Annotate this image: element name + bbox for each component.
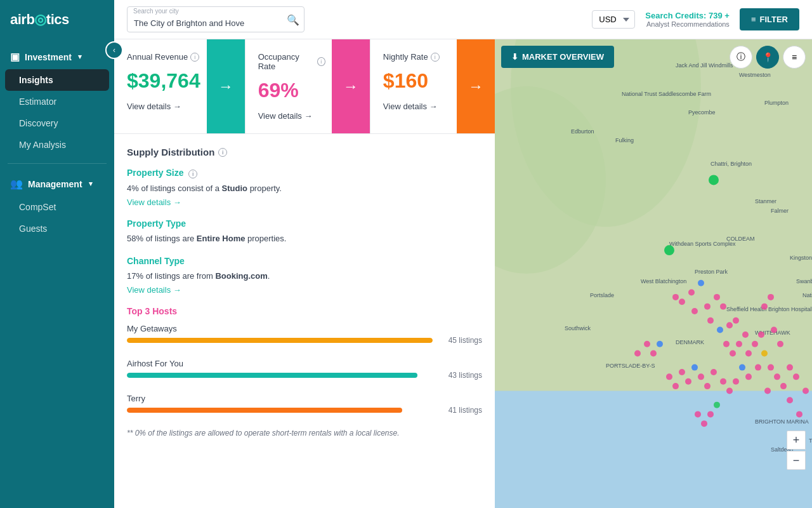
svg-text:Fulking: Fulking [615, 137, 634, 144]
svg-point-48 [758, 331, 764, 338]
svg-point-76 [761, 304, 768, 310]
svg-text:Stanmer: Stanmer [755, 198, 776, 204]
analyst-rec-text: Analyst Recommendations [645, 20, 730, 28]
nightly-rate-details-link[interactable]: View details → [383, 102, 450, 111]
svg-point-62 [672, 383, 679, 389]
map-pin-button[interactable]: 📍 [756, 46, 779, 69]
occupancy-rate-info-icon[interactable]: i [317, 57, 325, 66]
svg-text:DENMARK: DENMARK [676, 339, 704, 345]
occupancy-rate-details-link[interactable]: View details → [258, 111, 325, 121]
sidebar-item-guests[interactable]: Guests [0, 218, 114, 239]
svg-point-80 [657, 341, 663, 347]
occupancy-rate-card: Occupancy Rate i 69% View details → → [246, 39, 370, 133]
sidebar-collapse-button[interactable]: ‹ [105, 41, 123, 59]
property-size-info-icon[interactable]: i [188, 170, 197, 178]
svg-point-70 [787, 364, 793, 371]
svg-point-64 [771, 327, 777, 333]
investment-label: Investment [25, 52, 72, 62]
svg-point-60 [685, 378, 691, 385]
management-section: 👥 Management ▾ CompSet Guests [0, 166, 114, 244]
sidebar-item-estimator[interactable]: Estimator [0, 91, 114, 112]
svg-point-45 [742, 331, 749, 338]
svg-point-66 [768, 364, 774, 371]
map-info-button[interactable]: ⓘ [730, 46, 752, 69]
currency-select[interactable]: USD GBP EUR [592, 10, 635, 29]
svg-point-44 [736, 341, 742, 347]
svg-point-53 [733, 378, 739, 385]
market-overview-button[interactable]: ⬇ MARKET OVERVIEW [501, 46, 614, 68]
zoom-in-button[interactable]: + [787, 431, 806, 450]
annual-revenue-info-icon[interactable]: i [190, 53, 199, 62]
map-panel: ⬇ MARKET OVERVIEW ⓘ 📍 ≡ WestmestonPlumpt… [495, 39, 812, 508]
management-icon: 👥 [10, 178, 23, 190]
supply-info-icon[interactable]: i [218, 148, 227, 157]
map-controls-right: ⓘ 📍 ≡ [730, 46, 806, 69]
nightly-rate-title: Nightly Rate i [383, 52, 450, 62]
management-group-header[interactable]: 👥 Management ▾ [0, 171, 114, 196]
svg-text:Preston Park: Preston Park [695, 269, 728, 275]
host-item-2: Terry 41 listings [127, 394, 482, 422]
host-listings-0: 45 listings [438, 336, 482, 345]
sidebar-item-my-analysis[interactable]: My Analysis [0, 134, 114, 156]
channel-type-category: Channel Type 17% of listings are from Bo… [127, 256, 482, 295]
svg-point-42 [723, 341, 730, 347]
property-size-category: Property Size i 4% of listings consist o… [127, 168, 482, 207]
logo-text: airb◎tics [10, 11, 69, 28]
channel-type-details-link[interactable]: View details → [127, 285, 482, 295]
nightly-rate-arrow[interactable]: → [457, 39, 495, 133]
sidebar-item-discovery[interactable]: Discovery [0, 112, 114, 134]
add-credits-button[interactable]: + [724, 11, 730, 20]
filter-button[interactable]: ≡ FILTER [740, 8, 799, 30]
svg-text:Sheffield Health Brighton Hosp: Sheffield Health Brighton Hospital [726, 306, 811, 312]
host-row-0: 45 listings [127, 336, 482, 345]
map-background[interactable]: WestmestonPlumptonJack And Jill Windmill… [495, 39, 812, 508]
svg-text:National Trust Saddlescombe Fa: National Trust Saddlescombe Farm [622, 91, 711, 97]
host-listings-1: 43 listings [438, 371, 482, 380]
svg-point-86 [709, 175, 719, 185]
svg-point-50 [755, 364, 761, 371]
svg-point-79 [634, 350, 641, 356]
svg-point-68 [764, 388, 771, 394]
svg-point-83 [701, 420, 707, 427]
info-circle-icon: ⓘ [737, 51, 745, 63]
svg-point-59 [691, 364, 698, 371]
sidebar-item-insights[interactable]: Insights [5, 69, 109, 91]
logo: airb◎tics [0, 0, 114, 39]
svg-point-55 [720, 378, 726, 385]
property-size-details-link[interactable]: View details → [127, 197, 482, 207]
annual-revenue-arrow[interactable]: → [207, 39, 245, 133]
content-area: Annual Revenue i $39,764 View details → … [114, 39, 812, 508]
map-list-button[interactable]: ≡ [783, 46, 806, 69]
zoom-out-button[interactable]: − [787, 451, 806, 470]
svg-point-69 [780, 383, 787, 389]
svg-point-74 [802, 388, 809, 394]
host-bar-container-1 [127, 373, 433, 378]
property-type-category: Property Type 58% of listings are Entire… [127, 218, 482, 245]
svg-point-71 [793, 373, 799, 380]
nightly-rate-info-icon[interactable]: i [431, 53, 440, 62]
annual-revenue-details-link[interactable]: View details → [127, 102, 200, 111]
channel-type-title: Channel Type [127, 256, 482, 266]
credits-area: Search Credits: 739 + Analyst Recommenda… [645, 11, 730, 28]
svg-point-47 [752, 341, 758, 347]
svg-point-40 [726, 322, 733, 328]
investment-group-header[interactable]: ▣ Investment ▾ [0, 44, 114, 69]
svg-point-57 [704, 383, 710, 389]
host-name-1: Airhost For You [127, 359, 482, 368]
left-panel: Annual Revenue i $39,764 View details → … [114, 39, 495, 508]
occupancy-rate-arrow[interactable]: → [332, 39, 370, 133]
svg-text:Chattri, Brighton: Chattri, Brighton [710, 161, 752, 167]
svg-point-65 [777, 341, 783, 347]
search-container: Search your city 🔍 [127, 6, 304, 32]
svg-rect-1 [495, 391, 812, 509]
annual-revenue-value: $39,764 [127, 69, 200, 93]
sidebar-divider [8, 163, 107, 164]
annual-revenue-card: Annual Revenue i $39,764 View details → … [114, 39, 246, 133]
svg-point-31 [679, 298, 685, 305]
host-name-0: My Getaways [127, 324, 482, 333]
svg-text:Portslade: Portslade [590, 292, 614, 298]
search-button[interactable]: 🔍 [287, 13, 299, 25]
svg-point-84 [695, 411, 701, 417]
sidebar-item-compset[interactable]: CompSet [0, 196, 114, 218]
management-label: Management [28, 179, 82, 189]
